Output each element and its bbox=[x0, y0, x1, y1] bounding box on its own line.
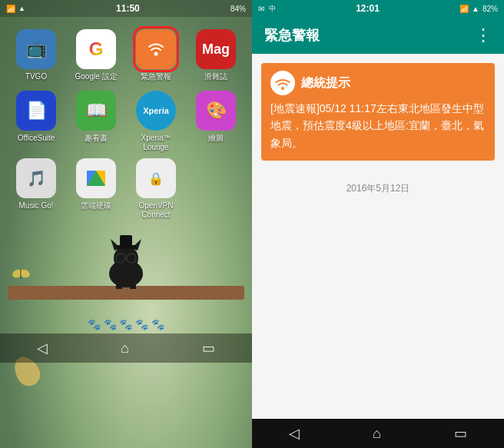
app-magazine[interactable]: Mag 滑雜誌 bbox=[189, 29, 243, 81]
app-officesuite[interactable]: 📄 OfficeSuite bbox=[9, 91, 63, 152]
app-icon-drive bbox=[76, 158, 116, 198]
app-label-google: Google 設定 bbox=[75, 72, 117, 81]
right-panel: ✉ 中 12:01 📶 ▲ 82% 緊急警報 ⋮ 總統提示 [地震速報]05/1… bbox=[252, 0, 504, 448]
paw-row: 🐾 🐾 🐾 🐾 🐾 bbox=[0, 315, 252, 334]
notification-icon: ✉ bbox=[258, 5, 264, 13]
recent-button-left[interactable]: ▭ bbox=[202, 340, 215, 357]
nav-bar-left: ◁ ⌂ ▭ bbox=[0, 334, 252, 363]
paw-icons: 🐾 🐾 🐾 🐾 🐾 bbox=[88, 318, 165, 330]
emergency-highlight-border bbox=[133, 26, 179, 72]
app-book[interactable]: 📖 趣看書 bbox=[69, 91, 123, 152]
date-separator: 2016年5月12日 bbox=[252, 170, 504, 207]
vpn-icon: 🔒 bbox=[148, 171, 164, 186]
battery-icon-right: 82% bbox=[482, 5, 498, 13]
more-button[interactable]: ⋮ bbox=[475, 25, 492, 45]
app-grid-row2: 📄 OfficeSuite 📖 趣看書 Xperia Xperia™ Loung… bbox=[0, 88, 252, 155]
app-google[interactable]: G Google 設定 bbox=[69, 29, 123, 81]
app-tvgo[interactable]: 📺 TVGO bbox=[9, 29, 63, 81]
app-xperia[interactable]: Xperia Xperia™ Lounge bbox=[129, 91, 183, 152]
app-grid-row3: 🎵 Music Go! 雲端硬碟 🔒 OpenVPN Connect bbox=[0, 155, 252, 223]
book-icon: 📖 bbox=[86, 101, 107, 121]
app-label-officesuite: OfficeSuite bbox=[18, 134, 55, 143]
app-icon-emergency bbox=[136, 29, 176, 69]
decor-area bbox=[0, 223, 252, 315]
svg-rect-10 bbox=[116, 284, 122, 289]
app-icon-draw: 🎨 bbox=[196, 91, 236, 131]
app-grid-row1: 📺 TVGO G Google 設定 緊急警報 bbox=[0, 17, 252, 88]
time-left: 11:50 bbox=[116, 3, 140, 14]
battery-icon-left: 84% bbox=[230, 5, 246, 13]
app-label-tvgo: TVGO bbox=[25, 72, 47, 81]
app-icon-tvgo: 📺 bbox=[16, 29, 56, 69]
alert-body: [地震速報]05/12 11:17左右東北地區發生中型地震，預估震度4級以上地區… bbox=[261, 100, 495, 161]
battery-left: 84% bbox=[230, 5, 246, 13]
wifi-icon: 📶 bbox=[6, 5, 15, 13]
mag-icon: Mag bbox=[202, 41, 230, 58]
svg-point-15 bbox=[281, 87, 284, 90]
wifi-icon-right: 📶 bbox=[459, 5, 469, 13]
app-icon-book: 📖 bbox=[76, 91, 116, 131]
status-icons-right-right: 📶 ▲ 82% bbox=[459, 5, 498, 13]
app-label-magazine: 滑雜誌 bbox=[204, 72, 227, 81]
status-bar-right: ✉ 中 12:01 📶 ▲ 82% bbox=[252, 0, 504, 17]
tv-icon: 📺 bbox=[26, 39, 47, 59]
alert-header: 總統提示 bbox=[261, 63, 495, 100]
cat-silhouette bbox=[99, 231, 153, 289]
alert-wifi-icon bbox=[274, 74, 292, 92]
back-button-left[interactable]: ◁ bbox=[37, 340, 48, 357]
status-icons-right-left: ✉ 中 bbox=[258, 4, 276, 14]
app-label-draw: 繪圖 bbox=[208, 134, 224, 143]
app-label-openvpn: OpenVPN Connect bbox=[129, 201, 183, 220]
app-icon-xperia: Xperia bbox=[136, 91, 176, 131]
signal-icon: ▲ bbox=[18, 5, 25, 12]
app-musicgo[interactable]: 🎵 Music Go! bbox=[9, 158, 63, 220]
back-button-right[interactable]: ◁ bbox=[289, 425, 300, 442]
svg-rect-11 bbox=[130, 284, 136, 289]
google-g-icon: G bbox=[89, 38, 104, 60]
app-icon-officesuite: 📄 bbox=[16, 91, 56, 131]
alert-icon-container bbox=[270, 71, 295, 95]
musicgo-icon: 🎵 bbox=[27, 169, 46, 187]
app-empty bbox=[189, 158, 243, 220]
status-icons-left: 📶 ▲ bbox=[6, 5, 25, 13]
app-draw[interactable]: 🎨 繪圖 bbox=[189, 91, 243, 152]
alert-card: 總統提示 [地震速報]05/12 11:17左右東北地區發生中型地震，預估震度4… bbox=[261, 63, 495, 161]
status-bar-left: 📶 ▲ 11:50 84% bbox=[0, 0, 252, 17]
home-button-left[interactable]: ⌂ bbox=[121, 340, 129, 357]
app-label-drive: 雲端硬碟 bbox=[81, 201, 111, 211]
recent-button-right[interactable]: ▭ bbox=[454, 425, 467, 442]
home-button-right[interactable]: ⌂ bbox=[373, 426, 381, 442]
app-bar: 緊急警報 ⋮ bbox=[252, 17, 504, 54]
office-icon: 📄 bbox=[26, 101, 47, 121]
app-label-xperia: Xperia™ Lounge bbox=[129, 134, 183, 152]
app-openvpn[interactable]: 🔒 OpenVPN Connect bbox=[129, 158, 183, 220]
app-icon-google: G bbox=[76, 29, 116, 69]
svg-rect-6 bbox=[120, 235, 132, 246]
app-icon-openvpn: 🔒 bbox=[136, 158, 176, 198]
time-right: 12:01 bbox=[356, 3, 380, 14]
xperia-icon: Xperia bbox=[143, 106, 169, 115]
lang-icon: 中 bbox=[269, 4, 276, 14]
alert-title: 總統提示 bbox=[301, 75, 350, 91]
nav-bar-right: ◁ ⌂ ▭ bbox=[252, 419, 504, 448]
drive-triangle-icon bbox=[87, 171, 105, 186]
app-icon-musicgo: 🎵 bbox=[16, 158, 56, 198]
app-label-book: 趣看書 bbox=[85, 134, 108, 143]
app-label-emergency: 緊急警報 bbox=[141, 72, 171, 81]
signal-icon-right: ▲ bbox=[472, 5, 479, 13]
app-label-musicgo: Music Go! bbox=[18, 201, 53, 211]
app-emergency[interactable]: 緊急警報 bbox=[129, 29, 183, 81]
app-drive[interactable]: 雲端硬碟 bbox=[69, 158, 123, 220]
butterfly-decor bbox=[12, 266, 31, 284]
app-icon-magazine: Mag bbox=[196, 29, 236, 69]
left-panel: 📶 ▲ 11:50 84% 📺 TVGO G Google 設定 bbox=[0, 0, 252, 448]
draw-icon: 🎨 bbox=[206, 101, 227, 121]
app-bar-title: 緊急警報 bbox=[264, 26, 320, 45]
